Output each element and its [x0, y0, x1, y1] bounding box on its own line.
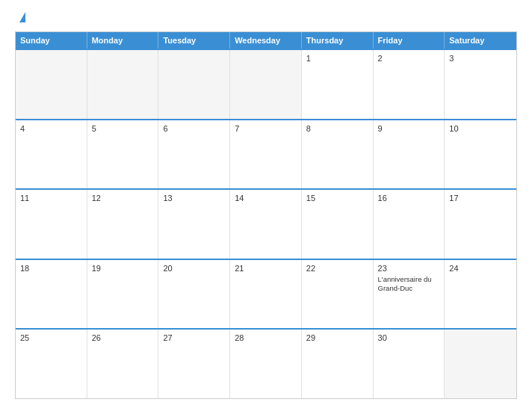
- day-cell: 18: [16, 260, 87, 329]
- week-row-3: 11121314151617: [16, 188, 516, 259]
- day-cell: 4: [16, 120, 87, 189]
- day-number: 2: [378, 54, 440, 63]
- day-cell: 22: [302, 260, 374, 329]
- day-cell: [445, 330, 516, 398]
- day-cell: 20: [158, 260, 230, 329]
- day-cell: 9: [374, 120, 445, 189]
- day-number: 26: [92, 333, 154, 342]
- day-number: 18: [20, 264, 82, 273]
- day-cell: 16: [374, 190, 445, 259]
- day-number: 20: [163, 264, 225, 273]
- day-number: 8: [306, 124, 368, 133]
- day-header-friday: Friday: [374, 32, 445, 49]
- day-cell: 7: [230, 120, 302, 189]
- day-cell: [16, 50, 87, 119]
- day-header-monday: Monday: [87, 32, 159, 49]
- day-number: 22: [306, 264, 368, 273]
- day-number: 25: [20, 333, 82, 342]
- day-cell: 12: [87, 190, 159, 259]
- day-cell: 30: [374, 330, 445, 398]
- day-cell: 29: [302, 330, 374, 398]
- day-cell: 25: [16, 330, 87, 398]
- day-cell: [230, 50, 302, 119]
- day-number: 10: [449, 124, 512, 133]
- day-cell: 6: [158, 120, 230, 189]
- week-row-2: 45678910: [16, 119, 516, 189]
- day-number: 23: [378, 264, 440, 273]
- week-row-1: 123: [16, 49, 516, 119]
- day-cell: 11: [16, 190, 87, 259]
- day-number: 11: [20, 194, 82, 203]
- day-number: 24: [449, 264, 512, 273]
- event-text: L'anniversaire du Grand-Duc: [378, 275, 440, 294]
- calendar-grid: SundayMondayTuesdayWednesdayThursdayFrid…: [15, 31, 517, 399]
- day-cell: 8: [302, 120, 374, 189]
- day-number: 30: [378, 333, 440, 342]
- logo: [15, 12, 25, 24]
- week-row-5: 252627282930: [16, 328, 516, 398]
- day-cell: 3: [445, 50, 516, 119]
- day-number: 1: [306, 54, 368, 63]
- day-number: 27: [163, 333, 225, 342]
- day-header-tuesday: Tuesday: [158, 32, 230, 49]
- day-cell: 26: [87, 330, 159, 398]
- day-header-sunday: Sunday: [16, 32, 87, 49]
- day-header-thursday: Thursday: [302, 32, 374, 49]
- day-header-wednesday: Wednesday: [230, 32, 302, 49]
- day-number: 7: [235, 124, 297, 133]
- day-cell: 28: [230, 330, 302, 398]
- day-number: 5: [92, 124, 154, 133]
- day-number: 6: [163, 124, 225, 133]
- day-number: 14: [235, 194, 297, 203]
- day-number: 19: [92, 264, 154, 273]
- weeks-container: 1234567891011121314151617181920212223L'a…: [16, 49, 516, 398]
- day-cell: 19: [87, 260, 159, 329]
- day-number: 4: [20, 124, 82, 133]
- logo-triangle-icon: [19, 12, 25, 22]
- day-number: 17: [449, 194, 512, 203]
- day-cell: 15: [302, 190, 374, 259]
- day-number: 9: [378, 124, 440, 133]
- day-cell: 27: [158, 330, 230, 398]
- header: [15, 12, 517, 24]
- day-cell: 1: [302, 50, 374, 119]
- day-cell: 13: [158, 190, 230, 259]
- day-cell: [87, 50, 159, 119]
- day-number: 13: [163, 194, 225, 203]
- day-number: 15: [306, 194, 368, 203]
- day-number: 16: [378, 194, 440, 203]
- day-number: 3: [449, 54, 512, 63]
- day-cell: 2: [374, 50, 445, 119]
- day-number: 29: [306, 333, 368, 342]
- day-cell: 5: [87, 120, 159, 189]
- day-header-saturday: Saturday: [445, 32, 516, 49]
- day-cell: 10: [445, 120, 516, 189]
- day-headers-row: SundayMondayTuesdayWednesdayThursdayFrid…: [16, 32, 516, 49]
- day-number: 12: [92, 194, 154, 203]
- day-cell: 14: [230, 190, 302, 259]
- day-cell: [158, 50, 230, 119]
- day-cell: 17: [445, 190, 516, 259]
- week-row-4: 181920212223L'anniversaire du Grand-Duc2…: [16, 259, 516, 329]
- day-number: 21: [235, 264, 297, 273]
- calendar-page: SundayMondayTuesdayWednesdayThursdayFrid…: [0, 0, 532, 411]
- day-cell: 21: [230, 260, 302, 329]
- day-cell: 23L'anniversaire du Grand-Duc: [374, 260, 445, 329]
- day-number: 28: [235, 333, 297, 342]
- day-cell: 24: [445, 260, 516, 329]
